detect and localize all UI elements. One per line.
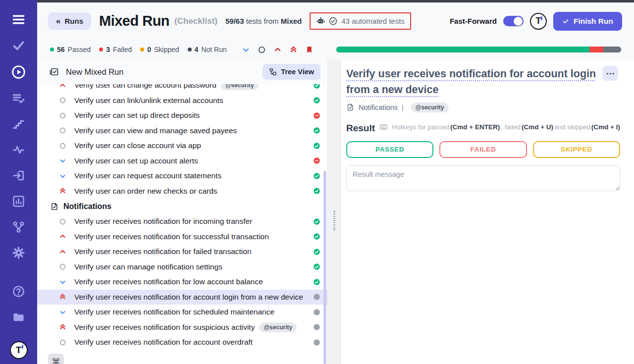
sidebar-item-list-check[interactable]	[12, 92, 25, 105]
test-row[interactable]: Verify user can view and manage saved pa…	[37, 123, 327, 139]
test-row[interactable]: Verify user can set up account alerts	[37, 154, 327, 169]
test-label: Verify user can set up account alerts	[74, 156, 198, 165]
test-row[interactable]: Verify user can change account password@…	[37, 84, 327, 93]
more-menu-button[interactable]: ⋯	[602, 66, 618, 81]
help-icon	[12, 285, 25, 298]
test-row[interactable]: Verify user receives notification for ac…	[37, 290, 327, 305]
chevron-up-icon	[59, 248, 66, 256]
circle-marker-icon	[60, 143, 65, 149]
result-skipped-button[interactable]: SKIPPED	[533, 141, 620, 158]
test-row[interactable]: Verify user can order new checks or card…	[37, 184, 327, 199]
filter-circle-icon[interactable]	[258, 46, 266, 54]
filter-chevron-down-icon[interactable]	[242, 46, 250, 54]
sidebar-item-menu[interactable]	[12, 13, 25, 26]
automated-tests-badge[interactable]: 43 automated tests	[310, 12, 411, 30]
chevron-down-icon	[59, 309, 66, 316]
filter-bookmark-icon[interactable]	[305, 46, 314, 54]
tag-security[interactable]: @security	[411, 103, 449, 112]
back-to-runs-button[interactable]: « Runs	[48, 12, 91, 30]
chevron-up-icon	[59, 233, 66, 240]
test-row[interactable]: Verify user can set up direct deposits	[37, 108, 327, 123]
back-button-label: Runs	[64, 17, 83, 25]
sidebar-item-folder[interactable]	[12, 311, 25, 324]
stat-passed: 56Passed	[50, 46, 91, 53]
sidebar-item-gear[interactable]	[12, 246, 25, 260]
sidebar-item-bar-chart[interactable]	[12, 195, 25, 208]
play-circle-icon	[11, 64, 26, 80]
sidebar-item-login[interactable]	[12, 169, 25, 182]
test-label: Verify user can manage notification sett…	[74, 262, 222, 271]
fast-forward-label: Fast-Forward	[450, 17, 497, 25]
main-area: « Runs Mixed Run (Checklist) 59/63 tests…	[37, 0, 634, 364]
test-row[interactable]: Verify user receives notification for sc…	[37, 305, 327, 320]
status-notrun-icon	[313, 309, 320, 316]
result-message-input[interactable]	[346, 165, 620, 191]
sidebar-item-help[interactable]	[12, 285, 25, 298]
command-key-button[interactable]: ⌘	[48, 354, 64, 364]
test-label: Verify user can link/unlink external acc…	[74, 96, 223, 105]
test-label: Verify user receives notification for su…	[74, 323, 255, 332]
sidebar: T	[0, 0, 37, 364]
result-heading: Result	[346, 123, 375, 134]
test-row[interactable]: Verify user can request account statemen…	[37, 168, 327, 184]
test-row[interactable]: Verify user receives notification for lo…	[37, 274, 327, 290]
status-dot	[188, 48, 192, 52]
sidebar-item-stairs[interactable]	[12, 117, 25, 131]
sidebar-item-git-branch[interactable]	[12, 220, 25, 234]
finish-run-button[interactable]: Finish Run	[553, 12, 622, 31]
status-passed-icon	[313, 172, 320, 180]
fast-forward-toggle[interactable]	[503, 16, 524, 26]
test-row[interactable]: Verify user receives notification for fa…	[37, 244, 327, 260]
run-stats: 56Passed3Failed0Skipped4Not Run	[50, 46, 227, 53]
git-branch-icon	[12, 220, 25, 234]
status-notrun-icon	[313, 293, 320, 301]
tests-count: 59/63	[225, 17, 244, 25]
status-passed-icon	[313, 248, 320, 256]
splitter-grip-icon	[333, 210, 335, 230]
sidebar-item-check[interactable]	[12, 39, 25, 52]
test-label: Verify user can request account statemen…	[74, 171, 221, 180]
status-filter-icons	[242, 46, 314, 54]
run-status-bar: 56Passed3Failed0Skipped4Not Run	[37, 40, 634, 59]
folder-icon	[12, 311, 25, 324]
list-check-icon	[12, 92, 25, 105]
page-title: Mixed Run	[99, 13, 169, 29]
chevrons-left-icon: «	[56, 17, 60, 25]
robot-icon	[316, 16, 325, 26]
panel-splitter[interactable]	[327, 59, 341, 364]
menu-icon	[12, 13, 25, 26]
tree-view-icon	[269, 68, 277, 76]
stat-failed: 3Failed	[99, 46, 132, 53]
result-passed-button[interactable]: PASSED	[346, 141, 433, 158]
status-failed-icon	[313, 157, 320, 164]
filter-chevron-up-icon[interactable]	[273, 46, 282, 54]
test-list-header: New Mixed Run Tree View	[37, 59, 327, 84]
sidebar-item-play-circle[interactable]	[11, 64, 26, 80]
test-row[interactable]: Verify user receives notification for su…	[37, 320, 327, 335]
test-row[interactable]: Verify user can manage notification sett…	[37, 260, 327, 275]
test-label: Verify user can change account password	[74, 84, 216, 90]
tree-view-button[interactable]: Tree View	[263, 64, 320, 80]
suite-row[interactable]: Notifications	[37, 199, 327, 214]
tests-source: Mixed	[281, 17, 302, 25]
status-passed-icon	[313, 263, 320, 270]
filter-chevrons-up-icon[interactable]	[289, 46, 298, 54]
result-failed-button[interactable]: FAILED	[439, 141, 527, 158]
checklist-icon	[49, 67, 59, 77]
test-row[interactable]: Verify user receives notification for ac…	[37, 335, 327, 350]
tag-security: @security	[221, 84, 259, 90]
testomat-logo-bottom[interactable]: T	[10, 341, 28, 359]
test-row[interactable]: Verify user can close account via app	[37, 138, 327, 154]
suite-label[interactable]: Notifications	[359, 104, 398, 111]
run-name-label: New Mixed Run	[66, 67, 123, 77]
stat-skipped: 0Skipped	[140, 46, 179, 53]
list-scrollbar[interactable]	[323, 171, 326, 364]
testomat-logo[interactable]: T	[530, 13, 547, 30]
test-row[interactable]: Verify user receives notification for in…	[37, 214, 327, 229]
test-title[interactable]: Verify user receives notification for ac…	[346, 66, 596, 98]
circle-marker-icon	[60, 113, 65, 118]
sidebar-item-activity[interactable]	[12, 143, 25, 156]
test-row[interactable]: Verify user receives notification for su…	[37, 229, 327, 245]
test-label: Verify user can view and manage saved pa…	[74, 126, 237, 135]
test-row[interactable]: Verify user can link/unlink external acc…	[37, 93, 327, 108]
